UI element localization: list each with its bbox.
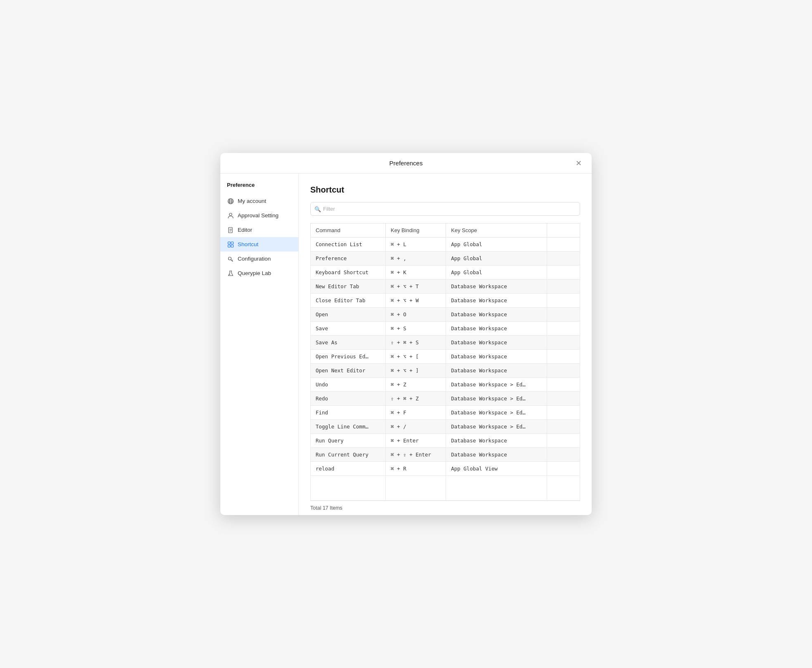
table-cell-scope: Database Workspace [446,448,547,462]
sidebar-item-label: Editor [238,227,252,233]
table-row: Preference⌘ + ,App Global [311,252,580,266]
table-cell-extra [547,434,580,448]
table-row: Save As⇧ + ⌘ + SDatabase Workspace [311,336,580,350]
table-wrapper: Command Key Binding Key Scope Connection… [310,223,580,515]
doc-icon [227,226,234,233]
key-icon [227,255,234,262]
sidebar-item-label: Configuration [238,256,271,262]
table-row: Keyboard Shortcut⌘ + KApp Global [311,266,580,280]
svg-rect-12 [228,245,230,247]
table-cell-binding: ⌘ + ⌥ + ] [386,364,446,378]
col-header-command: Command [311,223,386,238]
preferences-modal: Preferences ✕ Preference My account [220,153,592,515]
svg-rect-11 [231,242,234,244]
table-row: Run Query⌘ + EnterDatabase Workspace [311,434,580,448]
sidebar-item-approval-setting[interactable]: Approval Setting [220,208,298,223]
table-cell-extra [547,266,580,280]
person-icon [227,212,234,219]
sidebar-section-title: Preference [220,182,298,194]
table-cell-extra [547,350,580,364]
table-cell-binding: ⌘ + F [386,406,446,420]
sidebar: Preference My account [220,174,299,515]
table-row: Open⌘ + ODatabase Workspace [311,308,580,322]
table-cell-binding: ⌘ + Z [386,378,446,392]
sidebar-item-shortcut[interactable]: Shortcut [220,237,298,252]
shortcut-table: Command Key Binding Key Scope Connection… [310,223,580,501]
table-cell-extra [547,406,580,420]
table-row: Find⌘ + FDatabase Workspace > Ed… [311,406,580,420]
table-cell-binding: ⌘ + ⌥ + T [386,280,446,294]
table-cell-scope: Database Workspace [446,308,547,322]
table-cell-command: Open [311,308,386,322]
table-cell-scope: Database Workspace [446,336,547,350]
table-cell-scope: Database Workspace [446,364,547,378]
table-row: Open Next Editor⌘ + ⌥ + ]Database Worksp… [311,364,580,378]
table-cell-binding: ⌘ + K [386,266,446,280]
table-cell-command: Toggle Line Comm… [311,420,386,434]
table-row: Toggle Line Comm…⌘ + /Database Workspace… [311,420,580,434]
search-icon: 🔍 [314,206,321,212]
table-cell-scope: Database Workspace [446,280,547,294]
table-cell-scope: App Global [446,266,547,280]
sidebar-item-label: Shortcut [238,241,258,247]
lab-icon [227,270,234,277]
table-cell-scope: Database Workspace > Ed… [446,406,547,420]
table-cell-command: New Editor Tab [311,280,386,294]
table-cell-command: Open Next Editor [311,364,386,378]
table-cell-binding: ⌘ + Enter [386,434,446,448]
table-cell-scope: Database Workspace > Ed… [446,392,547,406]
sidebar-item-querypie-lab[interactable]: Querypie Lab [220,266,298,280]
table-cell-extra [547,252,580,266]
modal-header: Preferences ✕ [220,153,592,174]
table-cell-extra [547,378,580,392]
table-cell-binding: ⌘ + ⇧ + Enter [386,448,446,462]
sidebar-item-configuration[interactable]: Configuration [220,252,298,266]
sidebar-item-label: My account [238,198,266,204]
svg-rect-13 [231,245,234,247]
table-cell-extra [547,448,580,462]
sidebar-item-my-account[interactable]: My account [220,194,298,208]
table-row: Undo⌘ + ZDatabase Workspace > Ed… [311,378,580,392]
table-cell-command: Run Current Query [311,448,386,462]
filter-input[interactable] [310,202,580,216]
table-row: Close Editor Tab⌘ + ⌥ + WDatabase Worksp… [311,294,580,308]
table-cell-extra [547,462,580,476]
table-cell-binding: ⇧ + ⌘ + S [386,336,446,350]
table-cell-binding: ⌘ + ⌥ + W [386,294,446,308]
table-cell-extra [547,420,580,434]
table-row: Save⌘ + SDatabase Workspace [311,322,580,336]
sidebar-item-editor[interactable]: Editor [220,223,298,237]
col-header-extra [547,223,580,238]
close-button[interactable]: ✕ [573,159,584,168]
table-cell-command: Run Query [311,434,386,448]
table-cell-extra [547,336,580,350]
table-cell-extra [547,392,580,406]
table-cell-binding: ⌘ + ⌥ + [ [386,350,446,364]
svg-point-16 [229,274,230,275]
table-cell-scope: Database Workspace [446,294,547,308]
table-cell-binding: ⌘ + / [386,420,446,434]
table-cell-scope: App Global [446,252,547,266]
table-cell-extra [547,308,580,322]
svg-point-5 [229,213,232,216]
table-cell-scope: Database Workspace > Ed… [446,420,547,434]
table-cell-extra [547,322,580,336]
svg-rect-10 [228,242,230,244]
modal-body: Preference My account [220,174,592,515]
table-cell-scope: App Global [446,238,547,252]
table-cell-command: Connection List [311,238,386,252]
table-cell-binding: ⌘ + S [386,322,446,336]
table-cell-command: Redo [311,392,386,406]
table-row: Run Current Query⌘ + ⇧ + EnterDatabase W… [311,448,580,462]
table-cell-scope: Database Workspace > Ed… [446,378,547,392]
table-cell-command: Save [311,322,386,336]
grid-icon [227,241,234,248]
table-cell-command: Close Editor Tab [311,294,386,308]
table-cell-scope: Database Workspace [446,350,547,364]
modal-title: Preferences [389,160,423,167]
table-row: Connection List⌘ + LApp Global [311,238,580,252]
table-row: reload⌘ + RApp Global View [311,462,580,476]
table-cell-scope: App Global View [446,462,547,476]
table-cell-command: Open Previous Ed… [311,350,386,364]
page-title: Shortcut [310,185,580,195]
